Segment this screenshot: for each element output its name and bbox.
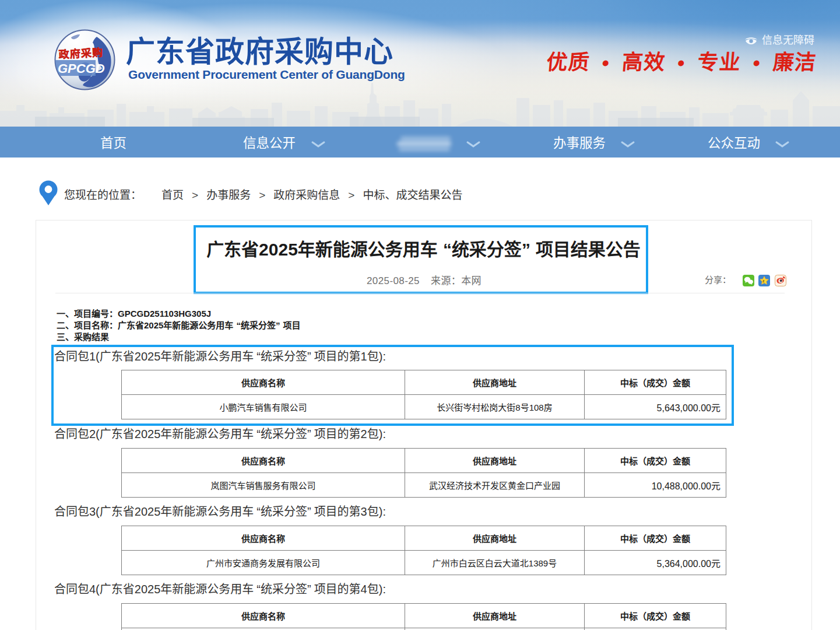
svg-text:政府采购: 政府采购 <box>58 46 104 61</box>
svg-text:GPCGD: GPCGD <box>58 61 105 76</box>
svg-text:z: z <box>762 279 765 283</box>
